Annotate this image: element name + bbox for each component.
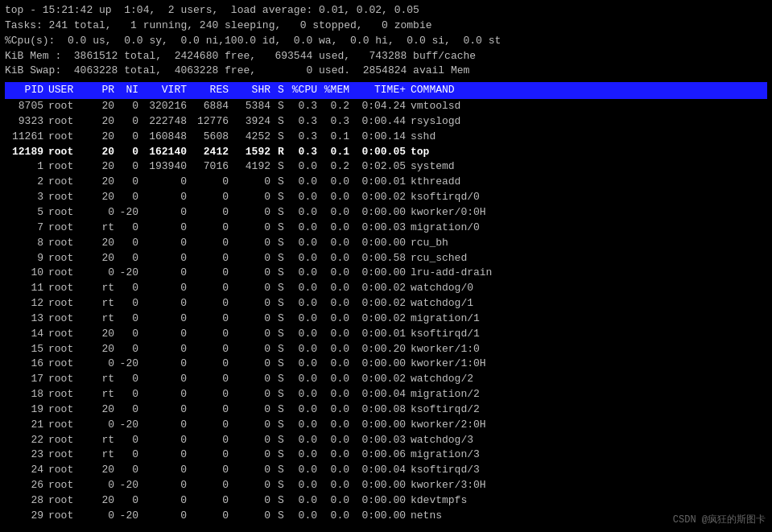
- col-header-mem: %MEM: [320, 83, 353, 98]
- table-row: 12189root20016214024121592R0.30.10:00.05…: [5, 145, 767, 160]
- table-header-row: PID USER PR NI VIRT RES SHR S %CPU %MEM …: [5, 82, 767, 99]
- table-row: 14root200000S0.00.00:00.01ksoftirqd/1: [5, 327, 767, 342]
- table-row: 11rootrt0000S0.00.00:00.02watchdog/0: [5, 281, 767, 296]
- table-row: 29root0-20000S0.00.00:00.00netns: [5, 509, 767, 524]
- table-row: 28root200000S0.00.00:00.00kdevtmpfs: [5, 493, 767, 509]
- table-row: 23rootrt0000S0.00.00:00.06migration/3: [5, 447, 767, 463]
- watermark: CSDN @疯狂的斯图卡: [673, 513, 766, 527]
- table-row: 2root200000S0.00.00:00.01kthreadd: [5, 175, 767, 190]
- col-header-cpu: %CPU: [288, 83, 320, 98]
- table-row: 22rootrt0000S0.00.00:00.03watchdog/3: [5, 433, 767, 448]
- col-header-ni: NI: [118, 83, 142, 98]
- table-row: 10root0-20000S0.00.00:00.00lru-add-drain: [5, 266, 767, 281]
- col-header-shr: SHR: [232, 83, 274, 98]
- table-row: 1root20019394070164192S0.00.20:02.05syst…: [5, 159, 767, 175]
- table-row: 19root200000S0.00.00:00.08ksoftirqd/2: [5, 402, 767, 418]
- table-row: 11261root20016084856084252S0.30.10:00.14…: [5, 130, 767, 145]
- table-row: 17rootrt0000S0.00.00:00.02watchdog/2: [5, 372, 767, 387]
- header-line1: top - 15:21:42 up 1:04, 2 users, load av…: [5, 3, 767, 19]
- table-row: 18rootrt0000S0.00.00:00.04migration/2: [5, 387, 767, 402]
- table-row: 16root0-20000S0.00.00:00.00kworker/1:0H: [5, 357, 767, 372]
- table-body: 8705root20032021668845384S0.30.20:04.24v…: [5, 99, 767, 524]
- col-header-pr: PR: [93, 83, 118, 98]
- col-header-virt: VIRT: [142, 83, 190, 98]
- table-row: 8705root20032021668845384S0.30.20:04.24v…: [5, 99, 767, 114]
- table-row: 9root200000S0.00.00:00.58rcu_sched: [5, 251, 767, 266]
- header-line2: Tasks: 241 total, 1 running, 240 sleepin…: [5, 19, 767, 34]
- table-row: 12rootrt0000S0.00.00:00.02watchdog/1: [5, 296, 767, 311]
- col-header-pid: PID: [5, 83, 47, 98]
- table-row: 13rootrt0000S0.00.00:00.02migration/1: [5, 311, 767, 327]
- table-row: 7rootrt0000S0.00.00:00.03migration/0: [5, 221, 767, 236]
- col-header-cmd: COMMAND: [409, 83, 570, 98]
- table-row: 24root200000S0.00.00:00.04ksoftirqd/3: [5, 463, 767, 478]
- col-header-time: TIME+: [353, 83, 409, 98]
- header-section: top - 15:21:42 up 1:04, 2 users, load av…: [5, 3, 767, 79]
- col-header-s: S: [274, 83, 288, 98]
- col-header-res: RES: [190, 83, 232, 98]
- process-table: PID USER PR NI VIRT RES SHR S %CPU %MEM …: [5, 82, 767, 523]
- col-header-user: USER: [47, 83, 93, 98]
- table-row: 5root0-20000S0.00.00:00.00kworker/0:0H: [5, 205, 767, 221]
- header-line4: KiB Mem : 3861512 total, 2424680 free, 6…: [5, 49, 767, 64]
- header-line5: KiB Swap: 4063228 total, 4063228 free, 0…: [5, 64, 767, 79]
- table-row: 3root200000S0.00.00:00.02ksoftirqd/0: [5, 190, 767, 205]
- table-row: 8root200000S0.00.00:00.00rcu_bh: [5, 236, 767, 251]
- table-row: 21root0-20000S0.00.00:00.00kworker/2:0H: [5, 418, 767, 433]
- table-row: 9323root200222748127763924S0.30.30:00.44…: [5, 114, 767, 130]
- table-row: 26root0-20000S0.00.00:00.00kworker/3:0H: [5, 478, 767, 493]
- header-line3: %Cpu(s): 0.0 us, 0.0 sy, 0.0 ni,100.0 id…: [5, 34, 767, 49]
- table-row: 15root200000S0.00.00:00.20kworker/1:0: [5, 342, 767, 357]
